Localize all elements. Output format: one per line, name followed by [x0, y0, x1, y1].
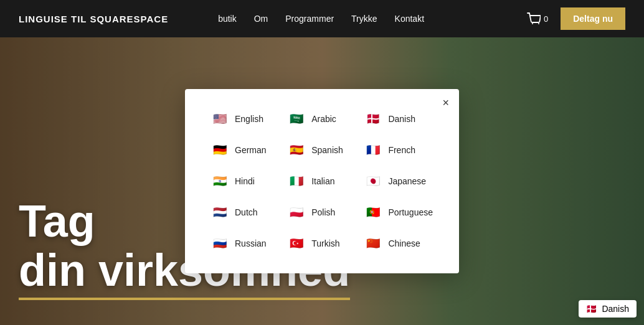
lang-name-turkish: Turkish [311, 238, 339, 248]
lang-name-danish: Danish [388, 114, 415, 124]
lang-item-polish[interactable]: 🇵🇱Polish [284, 201, 356, 224]
modal-overlay: × 🇺🇸English🇸🇦Arabic🇩🇰Danish🇩🇪German🇪🇸Spa… [0, 37, 644, 325]
flag-icon-arabic: 🇸🇦 [288, 110, 305, 128]
flag-icon-portuguese: 🇵🇹 [364, 204, 382, 221]
nav-links: butik Om Programmer Trykke Kontakt [218, 14, 527, 24]
lang-item-french[interactable]: 🇫🇷French [361, 139, 437, 161]
lang-name-polish: Polish [311, 207, 335, 217]
lang-item-chinese[interactable]: 🇨🇳Chinese [361, 232, 437, 255]
lang-name-english: English [235, 114, 263, 124]
lang-name-russian: Russian [235, 238, 267, 248]
lang-name-chinese: Chinese [388, 238, 420, 248]
svg-point-1 [538, 23, 539, 24]
flag-icon-danish: 🇩🇰 [364, 110, 382, 128]
lang-name-dutch: Dutch [235, 207, 258, 217]
nav-right: 0 Deltag nu [527, 7, 625, 30]
lang-item-english[interactable]: 🇺🇸English [207, 108, 279, 130]
cta-button[interactable]: Deltag nu [561, 7, 625, 30]
navbar: LINGUISE TIL SQUARESPACE butik Om Progra… [0, 0, 644, 37]
lang-item-danish[interactable]: 🇩🇰Danish [361, 108, 437, 130]
lang-item-japanese[interactable]: 🇯🇵Japanese [361, 170, 437, 192]
flag-icon-turkish: 🇹🇷 [288, 235, 305, 252]
lang-item-dutch[interactable]: 🇳🇱Dutch [207, 201, 279, 224]
lang-item-arabic[interactable]: 🇸🇦Arabic [284, 108, 356, 130]
flag-icon-spanish: 🇪🇸 [288, 141, 305, 159]
flag-icon-hindi: 🇮🇳 [211, 172, 229, 190]
lang-name-hindi: Hindi [235, 176, 255, 186]
lang-item-turkish[interactable]: 🇹🇷Turkish [284, 232, 356, 255]
flag-icon-french: 🇫🇷 [364, 141, 382, 159]
nav-link-om[interactable]: Om [254, 14, 268, 24]
nav-link-trykke[interactable]: Trykke [351, 14, 377, 24]
lang-name-french: French [388, 145, 415, 155]
flag-icon-english: 🇺🇸 [211, 110, 229, 128]
lang-name-italian: Italian [311, 176, 334, 186]
nav-logo: LINGUISE TIL SQUARESPACE [19, 14, 168, 24]
lang-item-spanish[interactable]: 🇪🇸Spanish [284, 139, 356, 161]
cart-icon[interactable]: 0 [527, 12, 548, 25]
lang-name-japanese: Japanese [388, 176, 426, 186]
language-grid: 🇺🇸English🇸🇦Arabic🇩🇰Danish🇩🇪German🇪🇸Spani… [207, 108, 437, 255]
lang-item-italian[interactable]: 🇮🇹Italian [284, 170, 356, 192]
lang-item-hindi[interactable]: 🇮🇳Hindi [207, 170, 279, 192]
lang-item-russian[interactable]: 🇷🇺Russian [207, 232, 279, 255]
lang-name-arabic: Arabic [311, 114, 336, 124]
hero-section: Tag din virksomhed 🇩🇰 Danish × 🇺🇸English… [0, 37, 644, 325]
lang-name-german: German [235, 145, 267, 155]
lang-name-spanish: Spanish [311, 145, 343, 155]
lang-item-german[interactable]: 🇩🇪German [207, 139, 279, 161]
nav-link-butik[interactable]: butik [218, 14, 237, 24]
flag-icon-chinese: 🇨🇳 [364, 235, 382, 252]
flag-icon-italian: 🇮🇹 [288, 172, 305, 190]
svg-point-0 [532, 23, 533, 24]
language-modal: × 🇺🇸English🇸🇦Arabic🇩🇰Danish🇩🇪German🇪🇸Spa… [185, 89, 459, 273]
nav-link-programmer[interactable]: Programmer [285, 14, 334, 24]
lang-item-portuguese[interactable]: 🇵🇹Portuguese [361, 201, 437, 224]
flag-icon-german: 🇩🇪 [211, 141, 229, 159]
lang-name-portuguese: Portuguese [388, 207, 433, 217]
cart-count: 0 [544, 14, 548, 24]
flag-icon-dutch: 🇳🇱 [211, 204, 229, 221]
flag-icon-russian: 🇷🇺 [211, 235, 229, 252]
flag-icon-polish: 🇵🇱 [288, 204, 305, 221]
flag-icon-japanese: 🇯🇵 [364, 172, 382, 190]
modal-close-button[interactable]: × [442, 97, 449, 110]
nav-link-kontakt[interactable]: Kontakt [395, 14, 424, 24]
